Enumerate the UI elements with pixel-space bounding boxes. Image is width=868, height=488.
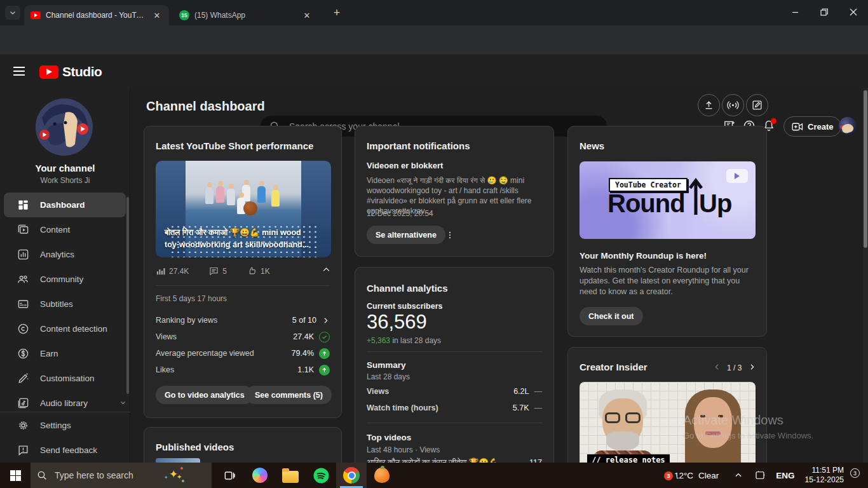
card-title: News	[580, 140, 604, 151]
clock[interactable]: 11:51 PM 15-12-2025	[805, 466, 844, 485]
short-video-title: बोतल गिरा और कमाओ 🏆😀💪 mini wood toy-wood…	[165, 227, 325, 251]
sidebar-item-settings[interactable]: Settings	[0, 413, 130, 438]
chrome-button[interactable]	[336, 463, 367, 488]
edit-button[interactable]	[746, 94, 768, 116]
trend-flat-icon: —	[534, 403, 543, 412]
sidebar-item-dashboard[interactable]: Dashboard	[4, 193, 126, 217]
sidebar-item-customisation[interactable]: Customisation	[0, 366, 130, 391]
go-live-button[interactable]	[722, 94, 744, 116]
stat-row-ranking[interactable]: Ranking by views 5 of 10	[156, 315, 330, 326]
scroll-down-chevron-icon[interactable]	[119, 399, 126, 406]
new-tab-button[interactable]: +	[329, 6, 344, 20]
person-figure	[216, 186, 224, 203]
person-figure	[227, 189, 235, 205]
sidebar-item-content[interactable]: Content	[0, 217, 130, 242]
card-title: Important notifications	[367, 140, 470, 151]
sidebar-item-analytics[interactable]: Analytics	[0, 242, 130, 267]
tab-channel-dashboard[interactable]: Channel dashboard - YouTube S ✕	[24, 5, 169, 25]
close-icon[interactable]: ✕	[301, 10, 313, 21]
gear-icon	[15, 418, 31, 433]
sidebar-scrollbar[interactable]	[126, 197, 129, 394]
account-avatar[interactable]	[839, 117, 857, 135]
taskbar-search-input[interactable]	[53, 470, 164, 481]
stat-label: Average percentage viewed	[156, 349, 254, 358]
channel-name: Work Shorts Ji	[0, 176, 130, 185]
collapse-chevron-icon[interactable]	[322, 265, 331, 274]
sidebar-item-earn[interactable]: Earn	[0, 341, 130, 366]
tab-whatsapp[interactable]: 15 (15) WhatsApp ✕	[173, 5, 319, 25]
go-to-video-analytics-button[interactable]: Go to video analytics	[156, 386, 254, 404]
check-circle-icon	[319, 332, 330, 342]
card-title: Creator Insider	[580, 362, 648, 372]
stat-row-views: Views 27.4K	[156, 331, 330, 342]
trend-flat-icon: —	[534, 387, 543, 396]
language-indicator[interactable]: ENG	[776, 471, 794, 480]
row-label: Views	[367, 387, 389, 396]
task-view-button[interactable]	[214, 463, 245, 488]
sidebar: Your channel Work Shorts Ji Dashboard Co…	[0, 88, 130, 463]
page-scrollbar-thumb[interactable]	[864, 90, 867, 248]
taskbar-search[interactable]: ✦ ✦ ✦	[31, 463, 212, 488]
channel-avatar[interactable]	[36, 98, 93, 156]
browser-toolbar: studio.youtube.com/channel/UCzKZjda1fuHC…	[0, 25, 868, 55]
views-chart-icon	[156, 266, 165, 276]
touch-keyboard-icon[interactable]	[754, 470, 766, 480]
sidebar-item-label: Community	[40, 274, 83, 284]
task-view-icon	[224, 470, 236, 482]
pagination-label: 1 / 3	[727, 363, 742, 372]
create-button[interactable]: Create	[783, 116, 841, 137]
comments-count: 5	[222, 267, 227, 276]
card-title: Channel analytics	[367, 283, 448, 294]
see-comments-button[interactable]: See comments (5)	[246, 386, 332, 404]
important-notifications-card: Important notifications Videoen er blokk…	[355, 126, 554, 257]
sidebar-item-label: Audio library	[40, 398, 88, 408]
hamburger-menu-icon[interactable]	[10, 64, 28, 79]
card-title: Published videos	[156, 442, 234, 452]
short-video-thumbnail[interactable]: बोतल गिरा और कमाओ 🏆😀💪 mini wood toy-wood…	[156, 161, 331, 257]
analytics-icon	[15, 247, 31, 262]
sidebar-item-content-detection[interactable]: Content detection	[0, 316, 130, 341]
studio-logo[interactable]: Studio	[39, 64, 102, 79]
create-video-icon	[792, 122, 803, 132]
spotify-button[interactable]	[306, 463, 336, 488]
play-badge-icon	[726, 169, 748, 183]
check-it-out-button[interactable]: Check it out	[580, 307, 643, 325]
banner-word-up: Up	[699, 189, 731, 218]
basketball	[243, 201, 257, 215]
file-explorer-button[interactable]	[275, 463, 306, 488]
stat-value: 1.1K	[297, 365, 314, 374]
kebab-menu-icon[interactable]	[443, 228, 457, 242]
pagination-next-icon[interactable]	[748, 363, 756, 371]
subscribers-value: 36,569	[367, 311, 427, 334]
minimize-button[interactable]	[780, 0, 810, 24]
top-videos-period: Last 48 hours · Views	[367, 445, 440, 454]
sidebar-item-subtitles[interactable]: Subtitles	[0, 292, 130, 316]
content-icon	[15, 222, 31, 238]
close-window-button[interactable]	[839, 0, 868, 24]
stat-label: Views	[156, 332, 177, 341]
sidebar-item-send-feedback[interactable]: Send feedback	[0, 438, 130, 463]
page-scrollbar-track[interactable]	[863, 88, 868, 463]
tray-expand-chevron-icon[interactable]	[734, 471, 743, 480]
top-videos-title: Top videos	[367, 433, 411, 442]
sidebar-item-label: Analytics	[40, 250, 74, 259]
see-alternatives-button[interactable]: Se alternativene	[367, 226, 445, 244]
comments-icon	[209, 266, 219, 276]
start-button[interactable]	[0, 463, 31, 488]
pagination-prev-icon[interactable]	[713, 363, 721, 371]
close-icon[interactable]: ✕	[151, 10, 163, 21]
stat-label: Ranking by views	[156, 316, 217, 325]
restore-button[interactable]	[810, 0, 839, 24]
sidebar-item-community[interactable]: Community	[0, 267, 130, 292]
sidebar-item-label: Settings	[40, 421, 71, 430]
likes-icon	[247, 266, 257, 276]
search-icon	[37, 470, 47, 480]
tab-search-chevron-icon[interactable]	[5, 6, 20, 20]
copilot-button[interactable]	[245, 463, 275, 488]
youtube-icon	[31, 11, 41, 19]
upload-video-button[interactable]	[698, 94, 720, 116]
community-icon	[15, 272, 31, 287]
news-banner[interactable]: YouTube Creator Round Up	[580, 161, 756, 239]
fl-studio-button[interactable]	[367, 463, 397, 488]
folder-icon	[282, 471, 299, 483]
